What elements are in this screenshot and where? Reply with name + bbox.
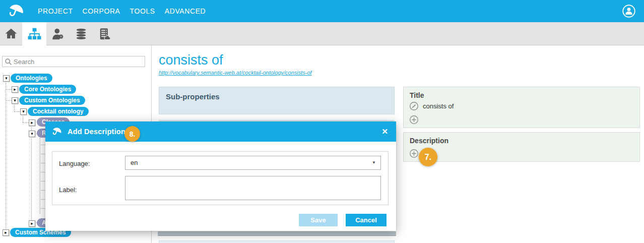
- tab-corpus-store[interactable]: [92, 22, 115, 45]
- tree-connector: [40, 172, 45, 172]
- save-button[interactable]: Save: [299, 214, 338, 226]
- close-icon[interactable]: ✕: [381, 127, 388, 136]
- umbrella-logo-icon: [51, 126, 62, 137]
- add-title-plus-icon[interactable]: [409, 115, 419, 125]
- tree-connector: [23, 123, 29, 123]
- tree-connector: [40, 199, 45, 200]
- toolbar: [0, 22, 644, 45]
- nav-item-corpora[interactable]: CORPORA: [83, 7, 120, 15]
- tree-toggle-core-ontologies[interactable]: ▸: [12, 86, 18, 93]
- tree-toggle-attributes[interactable]: ▸: [29, 220, 35, 227]
- tree-item-core-ontologies[interactable]: Core Ontologies: [19, 85, 76, 94]
- tab-hierarchy[interactable]: [22, 22, 46, 45]
- app-window: PROJECT CORPORA TOOLS ADVANCED: [0, 0, 644, 243]
- add-description-plus-icon[interactable]: [409, 149, 419, 158]
- nav-item-tools[interactable]: TOOLS: [130, 7, 155, 15]
- edit-icon[interactable]: [409, 101, 419, 111]
- tree-connector: [6, 89, 12, 90]
- tree-connector: [6, 100, 12, 101]
- language-label: Language:: [59, 160, 90, 167]
- add-description-dialog: Add Description ✕ Language: en ▼ Label: …: [45, 122, 396, 231]
- tree-connector: [40, 154, 45, 154]
- tab-home[interactable]: [0, 22, 22, 45]
- label-textarea[interactable]: [125, 176, 381, 200]
- nav-menu: PROJECT CORPORA TOOLS ADVANCED: [38, 0, 206, 22]
- tree-connector: [6, 83, 6, 232]
- tree-toggle-custom-ontologies[interactable]: ▾: [12, 97, 18, 104]
- nav-item-project[interactable]: PROJECT: [38, 7, 73, 15]
- hierarchy-icon: [28, 27, 41, 41]
- umbrella-logo-icon[interactable]: [7, 2, 25, 20]
- tree-connector: [40, 163, 45, 163]
- tree-toggle-cocktail-ontology[interactable]: ▾: [20, 108, 27, 115]
- database-icon: [75, 27, 88, 41]
- hidden-section-bar: [158, 231, 396, 236]
- user-account-icon[interactable]: [622, 4, 636, 18]
- tree-connector: [14, 111, 20, 112]
- label-label: Label:: [59, 186, 77, 194]
- tree-item-custom-ontologies[interactable]: Custom Ontologies: [19, 96, 85, 105]
- search-input[interactable]: [14, 56, 142, 67]
- title-value: consists of: [423, 102, 454, 110]
- step-badge-7: 7.: [419, 148, 437, 166]
- user-settings-icon: [51, 27, 65, 41]
- caret-down-icon: ▼: [372, 156, 376, 169]
- hidden-section-strip: [159, 240, 395, 243]
- navbar: PROJECT CORPORA TOOLS ADVANCED: [0, 0, 644, 22]
- nav-item-advanced[interactable]: ADVANCED: [165, 7, 206, 15]
- tree-connector: [40, 181, 45, 181]
- cancel-button[interactable]: Cancel: [346, 214, 387, 226]
- tab-database[interactable]: [70, 22, 93, 45]
- tree-connector: [14, 105, 15, 111]
- tree-connector: [31, 127, 32, 220]
- page-title: consists of: [159, 52, 223, 68]
- tree-connector: [40, 190, 45, 191]
- title-panel-header: Title: [404, 87, 639, 100]
- tree-item-ontologies[interactable]: Ontologies: [11, 74, 52, 83]
- sub-properties-panel: Sub-properties: [159, 87, 395, 114]
- dialog-title: Add Description: [68, 122, 125, 142]
- tree-connector: [40, 138, 40, 214]
- tab-user-settings[interactable]: [46, 22, 70, 45]
- description-panel: Description: [403, 132, 640, 162]
- tree-connector: [40, 145, 45, 145]
- resource-uri-link[interactable]: http://vocabulary.semantic-web.at/cockta…: [159, 70, 312, 76]
- language-select[interactable]: en ▼: [125, 156, 381, 170]
- tree-item-cocktail-ontology[interactable]: Cocktail ontology: [28, 107, 89, 116]
- home-icon: [5, 27, 18, 40]
- tree-connector: [40, 208, 45, 209]
- tree-connector: [23, 116, 23, 123]
- title-panel: Title consists of: [403, 87, 640, 128]
- server-cloud-icon: [97, 27, 110, 41]
- dialog-header: Add Description ✕: [45, 122, 396, 142]
- tree-toggle-custom-schemes[interactable]: ▸: [3, 229, 9, 236]
- sub-properties-header: Sub-properties: [159, 87, 394, 106]
- description-panel-header: Description: [404, 133, 639, 146]
- step-badge-8: 8.: [124, 126, 140, 142]
- search-icon: [5, 58, 12, 66]
- search-box: [2, 56, 145, 67]
- tree-toggle-relations[interactable]: ▾: [29, 131, 35, 137]
- tree-toggle-classes[interactable]: ▸: [29, 119, 35, 126]
- tree-toggle-ontologies[interactable]: ▾: [3, 75, 10, 82]
- language-select-value: en: [131, 159, 138, 166]
